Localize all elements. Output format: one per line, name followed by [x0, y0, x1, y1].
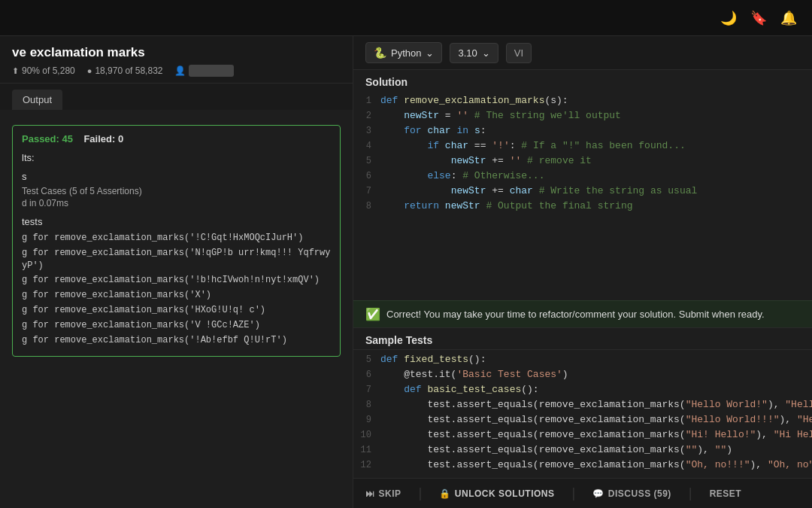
problem-title: ve exclamation marks [12, 45, 341, 60]
tab-row: Output [0, 84, 353, 110]
language-label: Python [391, 47, 421, 59]
line-code-4: if char == '!': # If a "!" has been foun… [380, 140, 686, 151]
success-icon: ✅ [365, 307, 380, 321]
solution-label: Solution [353, 70, 812, 91]
main-layout: ve exclamation marks ⬆ 90% of 5,280 ● 18… [0, 36, 812, 508]
unlock-label: UNLOCK SOLUTIONS [455, 488, 555, 499]
percent-stat: ⬆ 90% of 5,280 [12, 65, 75, 76]
separator-2: | [570, 486, 578, 501]
line-num-6: 6 [353, 170, 380, 181]
moon-icon[interactable]: 🌙 [720, 10, 737, 26]
line-num-1: 1 [353, 95, 380, 106]
bell-icon[interactable]: 🔔 [780, 10, 797, 26]
lang-chevron-icon: ⌄ [426, 47, 434, 59]
line-code-7: newStr += char # Write the string as usu… [380, 185, 697, 196]
code-section: Solution 1 def remove_exclamation_marks(… [353, 70, 812, 478]
section-s: s [22, 171, 331, 182]
sample-num-10: 10 [353, 429, 380, 440]
log-item-5: g for remove_exclamation_marks('V !GCc!A… [22, 319, 331, 332]
bookmark-icon[interactable]: 🔖 [750, 10, 767, 26]
line-num-8: 8 [353, 200, 380, 211]
avatar [189, 65, 234, 77]
test-cases-sub: (5 of 5 Assertions) [69, 186, 142, 196]
success-message: Correct! You may take your time to refac… [386, 309, 765, 320]
results-box: Passed: 45 Failed: 0 lts: s Test Cases (… [12, 125, 341, 357]
sample-code-6: @test.it('Basic Test Cases') [380, 369, 568, 380]
sample-code-7: def basic_test_cases(): [380, 384, 539, 395]
reset-button[interactable]: RESET [710, 488, 742, 499]
line-code-6: else: # Otherwise... [380, 170, 544, 181]
sample-code-9: test.assert_equals(remove_exclamation_ma… [380, 414, 812, 425]
discuss-label: DISCUSS (59) [608, 488, 671, 499]
discuss-icon: 💬 [592, 488, 604, 499]
left-header: ve exclamation marks ⬆ 90% of 5,280 ● 18… [0, 36, 353, 84]
bottom-bar: ⏭ SKIP | 🔒 UNLOCK SOLUTIONS | 💬 DISCUSS … [353, 478, 812, 508]
passed-text: Passed: 45 [22, 133, 73, 144]
line-num-4: 4 [353, 140, 380, 151]
code-line-1: 1 def remove_exclamation_marks(s): [353, 94, 812, 109]
version-selector[interactable]: 3.10 ⌄ [450, 43, 498, 63]
sample-line-7: 7 def basic_test_cases(): [353, 383, 812, 398]
lock-icon: 🔒 [439, 488, 451, 499]
count-value: 18,970 of 58,832 [95, 65, 162, 76]
line-code-5: newStr += '' # remove it [380, 155, 592, 166]
separator-1: | [417, 486, 425, 501]
line-code-2: newStr = '' # The string we'll output [380, 110, 621, 121]
line-code-3: for char in s: [380, 125, 486, 136]
sample-code-12: test.assert_equals(remove_exclamation_ma… [380, 459, 812, 470]
line-num-7: 7 [353, 185, 380, 196]
discuss-button[interactable]: 💬 DISCUSS (59) [592, 488, 671, 499]
code-line-7: 7 newStr += char # Write the string as u… [353, 184, 812, 199]
user-icon: 👤 [174, 65, 186, 76]
sample-num-7: 7 [353, 384, 380, 395]
percent-icon: ⬆ [12, 66, 19, 76]
log-item-2: g for remove_exclamation_marks('!b!hcIVw… [22, 274, 331, 287]
sample-num-5: 5 [353, 354, 380, 365]
code-toolbar: 🐍 Python ⌄ 3.10 ⌄ VI [353, 36, 812, 70]
unlock-solutions-button[interactable]: 🔒 UNLOCK SOLUTIONS [439, 488, 554, 499]
sample-num-8: 8 [353, 399, 380, 410]
code-line-5: 5 newStr += '' # remove it [353, 154, 812, 169]
sample-code-5: def fixed_tests(): [380, 354, 486, 365]
output-tab[interactable]: Output [12, 90, 62, 110]
sample-num-11: 11 [353, 444, 380, 455]
vi-button[interactable]: VI [506, 43, 532, 63]
line-code-8: return newStr # Output the final string [380, 200, 633, 211]
sample-line-5: 5 def fixed_tests(): [353, 353, 812, 368]
stats-row: ⬆ 90% of 5,280 ● 18,970 of 58,832 👤 [12, 65, 341, 77]
sample-tests-label: Sample Tests [353, 328, 812, 350]
test-cases-label: Test Cases [22, 186, 66, 196]
left-panel: ve exclamation marks ⬆ 90% of 5,280 ● 18… [0, 36, 353, 508]
tests-heading: tests [22, 216, 331, 227]
skip-button[interactable]: ⏭ SKIP [365, 488, 401, 499]
count-stat: ● 18,970 of 58,832 [87, 65, 163, 76]
pass-fail-line: Passed: 45 Failed: 0 [22, 133, 331, 144]
version-label: 3.10 [458, 47, 477, 59]
sample-code-10: test.assert_equals(remove_exclamation_ma… [380, 429, 812, 440]
code-line-6: 6 else: # Otherwise... [353, 169, 812, 184]
code-line-8: 8 return newStr # Output the final strin… [353, 199, 812, 214]
sample-num-6: 6 [353, 369, 380, 380]
sample-line-9: 9 test.assert_equals(remove_exclamation_… [353, 413, 812, 428]
code-line-2: 2 newStr = '' # The string we'll output [353, 109, 812, 124]
log-item-3: g for remove_exclamation_marks('X') [22, 289, 331, 302]
skip-icon: ⏭ [365, 488, 375, 499]
line-code-1: def remove_exclamation_marks(s): [380, 95, 568, 106]
language-selector[interactable]: 🐍 Python ⌄ [365, 42, 442, 63]
sample-line-11: 11 test.assert_equals(remove_exclamation… [353, 443, 812, 458]
log-item-6: g for remove_exclamation_marks('!Ab!efbf… [22, 334, 331, 347]
separator-3: | [686, 486, 695, 501]
sample-line-10: 10 test.assert_equals(remove_exclamation… [353, 428, 812, 443]
right-panel: 🐍 Python ⌄ 3.10 ⌄ VI Solution 1 def remo… [353, 36, 812, 508]
log-item-4: g for remove_exclamation_marks('HXoG!U!q… [22, 304, 331, 317]
log-item-0: g for remove_exclamation_marks('!C!Gqt!H… [22, 232, 331, 245]
timing-text: d in 0.07ms [22, 198, 331, 208]
sample-code-editor[interactable]: 5 def fixed_tests(): 6 @test.it('Basic T… [353, 350, 812, 478]
code-editor[interactable]: 1 def remove_exclamation_marks(s): 2 new… [353, 91, 812, 300]
sample-line-12: 12 test.assert_equals(remove_exclamation… [353, 458, 812, 473]
python-icon: 🐍 [374, 47, 386, 59]
line-num-2: 2 [353, 110, 380, 121]
sample-num-12: 12 [353, 459, 380, 470]
percent-value: 90% of 5,280 [22, 65, 75, 76]
success-banner: ✅ Correct! You may take your time to ref… [353, 300, 812, 327]
